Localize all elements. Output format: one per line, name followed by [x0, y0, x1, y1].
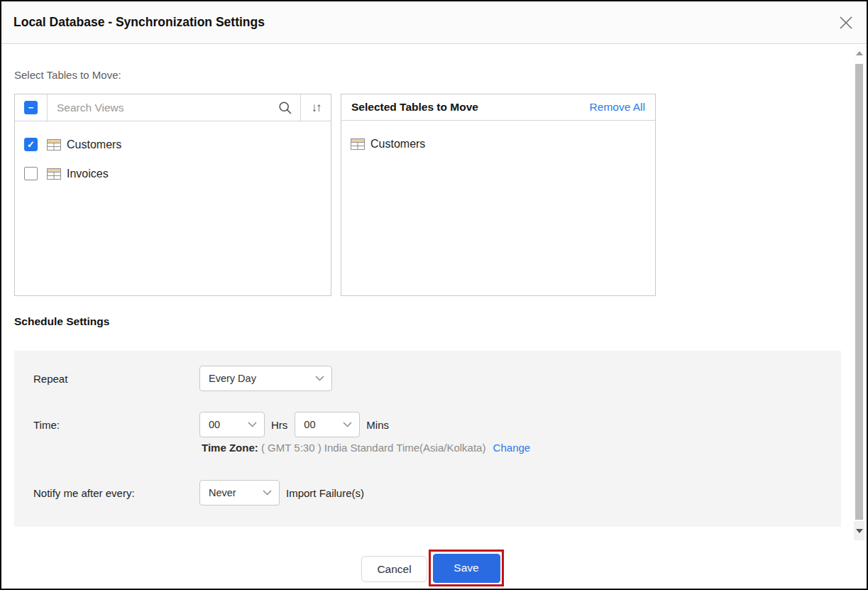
- search-input[interactable]: [48, 102, 270, 114]
- timezone-line: Time Zone: ( GMT 5:30 ) India Standard T…: [202, 442, 530, 454]
- table-icon: [47, 168, 61, 180]
- hours-value: 00: [209, 419, 243, 430]
- close-icon[interactable]: [837, 13, 855, 32]
- select-tables-label: Select Tables to Move:: [14, 69, 121, 81]
- schedule-settings-panel: Repeat Every Day Time: 00 Hrs 00: [14, 351, 841, 527]
- list-item-label: Invoices: [67, 168, 109, 180]
- table-icon: [47, 139, 61, 151]
- selected-tables-list: Customers: [341, 121, 655, 158]
- scrollbar-thumb[interactable]: [855, 64, 863, 520]
- repeat-value: Every Day: [209, 373, 311, 384]
- time-label: Time:: [33, 419, 199, 431]
- selected-item-label: Customers: [370, 138, 425, 151]
- available-panel-header: − ↓↑: [15, 94, 331, 121]
- repeat-dropdown[interactable]: Every Day: [199, 366, 332, 391]
- selected-item-customers: Customers: [341, 129, 655, 158]
- sort-icon[interactable]: ↓↑: [301, 94, 331, 121]
- list-item-label: Customers: [67, 138, 121, 151]
- select-all-checkbox[interactable]: −: [24, 101, 38, 114]
- scroll-up-icon[interactable]: [856, 51, 863, 55]
- chevron-down-icon: [248, 422, 257, 427]
- dialog-title: Local Database - Synchronization Setting…: [13, 1, 265, 43]
- repeat-row: Repeat Every Day: [33, 366, 827, 391]
- scroll-down-button[interactable]: [854, 521, 864, 540]
- vertical-scrollbar[interactable]: [854, 45, 864, 540]
- selected-tables-title: Selected Tables to Move: [351, 101, 590, 114]
- save-button[interactable]: Save: [433, 554, 500, 583]
- minutes-unit-label: Mins: [366, 419, 389, 431]
- notify-dropdown[interactable]: Never: [199, 480, 280, 506]
- indeterminate-icon: −: [28, 103, 34, 112]
- schedule-settings-heading: Schedule Settings: [14, 315, 109, 328]
- search-icon[interactable]: [270, 94, 300, 121]
- hours-dropdown[interactable]: 00: [199, 412, 265, 437]
- select-all-wrap: −: [15, 94, 47, 121]
- notify-value: Never: [209, 487, 258, 498]
- chevron-down-icon: [315, 376, 324, 381]
- timezone-change-link[interactable]: Change: [493, 442, 531, 454]
- selected-tables-panel: Selected Tables to Move Remove All Custo…: [341, 94, 656, 296]
- customers-checkbox[interactable]: ✓: [24, 138, 38, 151]
- list-item-invoices[interactable]: Invoices: [15, 159, 331, 188]
- timezone-label: Time Zone:: [202, 442, 258, 454]
- save-highlight-annotation: Save: [429, 550, 504, 586]
- notify-row: Notify me after every: Never Import Fail…: [33, 480, 827, 506]
- available-tables-list: ✓ Customers: [15, 121, 331, 188]
- remove-all-link[interactable]: Remove All: [590, 101, 645, 114]
- selected-panel-header: Selected Tables to Move Remove All: [341, 94, 655, 121]
- minutes-value: 00: [304, 419, 339, 430]
- chevron-down-icon: [343, 422, 352, 427]
- repeat-label: Repeat: [33, 373, 199, 385]
- table-icon: [351, 138, 365, 150]
- notify-label: Notify me after every:: [33, 487, 199, 499]
- dialog-titlebar: Local Database - Synchronization Setting…: [1, 1, 867, 44]
- available-tables-panel: − ↓↑ ✓: [14, 94, 331, 296]
- sync-settings-dialog: Local Database - Synchronization Setting…: [0, 0, 868, 590]
- timezone-value: ( GMT 5:30 ) India Standard Time(Asia/Ko…: [261, 442, 486, 454]
- scroll-down-icon: [856, 529, 863, 533]
- notify-suffix-label: Import Failure(s): [286, 487, 364, 499]
- chevron-down-icon: [263, 490, 272, 496]
- hours-unit-label: Hrs: [271, 419, 287, 431]
- minutes-dropdown[interactable]: 00: [295, 412, 360, 437]
- check-icon: ✓: [27, 140, 35, 149]
- list-item-customers[interactable]: ✓ Customers: [15, 130, 331, 159]
- time-row: Time: 00 Hrs 00 Mins: [33, 412, 827, 437]
- cancel-button[interactable]: Cancel: [361, 556, 427, 582]
- invoices-checkbox[interactable]: [24, 167, 38, 180]
